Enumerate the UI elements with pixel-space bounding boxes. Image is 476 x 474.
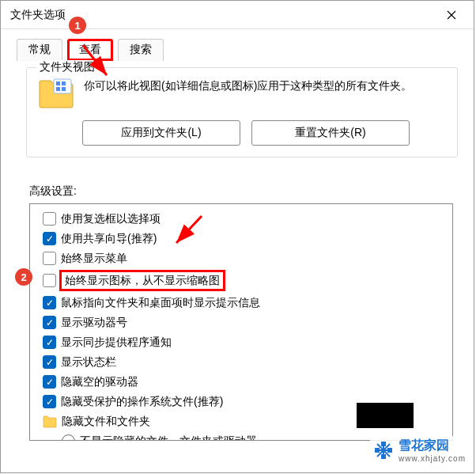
svg-rect-12 xyxy=(388,449,391,452)
tree-item-label: 不显示隐藏的文件、文件夹或驱动器 xyxy=(80,433,257,441)
highlighted-item-label: 始终显示图标，从不显示缩略图 xyxy=(59,270,225,291)
close-button[interactable] xyxy=(436,1,467,29)
tree-item-always-show-icons[interactable]: 始终显示图标，从不显示缩略图 xyxy=(35,268,448,293)
tree-item-sharing-wizard[interactable]: ✓ 使用共享向导(推荐) xyxy=(35,229,448,248)
checkbox-icon[interactable]: ✓ xyxy=(43,232,56,245)
tree-item-hide-empty-drives[interactable]: ✓ 隐藏空的驱动器 xyxy=(35,372,448,392)
svg-rect-6 xyxy=(62,87,66,91)
tree-item-label: 显示驱动器号 xyxy=(61,314,127,331)
tree-item-label: 使用共享向导(推荐) xyxy=(61,230,157,247)
snowflake-icon xyxy=(373,440,394,461)
tree-item-label: 使用复选框以选择项 xyxy=(61,210,161,227)
reset-folders-button[interactable]: 重置文件夹(R) xyxy=(251,120,410,146)
tree-item-sync-notifications[interactable]: ✓ 显示同步提供程序通知 xyxy=(35,332,448,352)
tree-item-show-tooltips[interactable]: ✓ 鼠标指向文件夹和桌面项时显示提示信息 xyxy=(35,293,448,313)
tree-item-label: 隐藏受保护的操作系统文件(推荐) xyxy=(61,393,223,410)
svg-rect-11 xyxy=(376,449,379,452)
checkbox-icon[interactable]: ✓ xyxy=(43,395,56,408)
folder-view-group: 文件夹视图 你可以将此视图(如详细信息或图标)应用于这种类型的所有文件夹。 应用… xyxy=(26,67,458,157)
window-title: 文件夹选项 xyxy=(10,8,66,22)
watermark-brand: 雪花家园 xyxy=(399,438,449,452)
watermark: 雪花家园 www.xhjaty.com xyxy=(370,436,469,465)
tree-item-label: 显示同步提供程序通知 xyxy=(61,334,172,351)
checkbox-icon[interactable]: ✓ xyxy=(43,375,56,389)
callout-badge-2: 2 xyxy=(15,268,32,286)
checkbox-icon[interactable] xyxy=(43,274,56,287)
tree-item-label: 隐藏文件和文件夹 xyxy=(62,413,150,430)
redacted-block xyxy=(357,403,414,428)
tree-item-use-checkboxes[interactable]: 使用复选框以选择项 xyxy=(35,209,448,229)
close-icon xyxy=(447,10,456,20)
svg-rect-14 xyxy=(382,455,385,458)
tree-item-label: 隐藏空的驱动器 xyxy=(61,374,138,390)
advanced-settings-label: 高级设置: xyxy=(29,184,448,199)
svg-rect-3 xyxy=(56,82,60,85)
folder-icon xyxy=(43,415,57,428)
tree-item-label: 鼠标指向文件夹和桌面项时显示提示信息 xyxy=(61,294,260,311)
svg-rect-5 xyxy=(56,87,60,91)
checkbox-icon[interactable]: ✓ xyxy=(43,316,56,329)
tree-item-show-status-bar[interactable]: ✓ 显示状态栏 xyxy=(35,352,448,372)
folder-icon xyxy=(38,78,74,109)
tab-search[interactable]: 搜索 xyxy=(118,39,164,61)
svg-rect-4 xyxy=(62,82,66,85)
watermark-url: www.xhjaty.com xyxy=(399,454,466,463)
checkbox-icon[interactable]: ✓ xyxy=(43,296,56,309)
groupbox-title: 文件夹视图 xyxy=(36,60,98,74)
tab-general[interactable]: 常规 xyxy=(17,39,62,61)
tabstrip: 常规 查看 搜索 xyxy=(1,29,474,61)
tab-view[interactable]: 查看 xyxy=(67,39,113,61)
svg-rect-13 xyxy=(382,442,385,446)
tree-item-label: 始终显示菜单 xyxy=(61,250,127,267)
checkbox-icon[interactable]: ✓ xyxy=(43,336,56,349)
apply-to-folders-button[interactable]: 应用到文件夹(L) xyxy=(82,120,240,146)
checkbox-icon[interactable] xyxy=(43,252,56,265)
callout-badge-1: 1 xyxy=(69,17,86,34)
tree-item-label: 显示状态栏 xyxy=(61,354,116,370)
tree-item-always-show-menu[interactable]: 始终显示菜单 xyxy=(35,248,448,268)
groupbox-desc: 你可以将此视图(如详细信息或图标)应用于这种类型的所有文件夹。 xyxy=(84,78,446,95)
tree-item-show-drive-letters[interactable]: ✓ 显示驱动器号 xyxy=(35,313,448,332)
svg-rect-2 xyxy=(54,79,71,93)
checkbox-icon[interactable] xyxy=(43,212,56,226)
checkbox-icon[interactable]: ✓ xyxy=(43,355,56,369)
radio-icon[interactable] xyxy=(62,434,75,441)
